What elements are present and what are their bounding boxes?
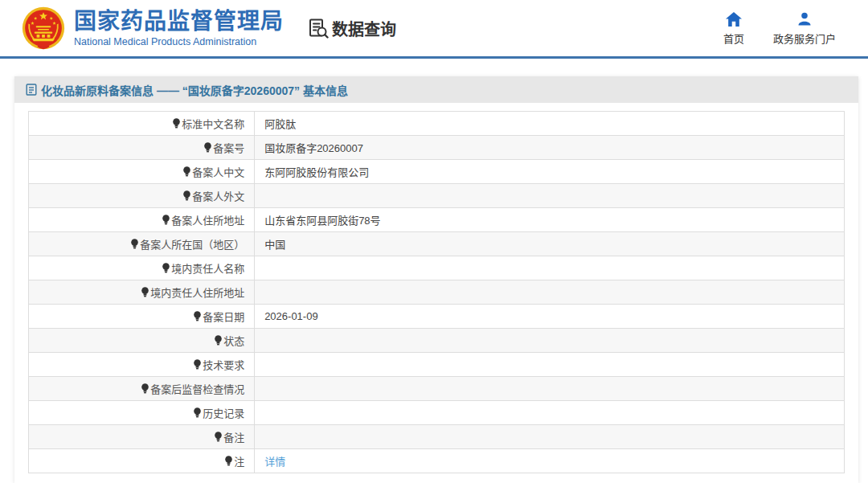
row-label: 注 <box>234 456 244 468</box>
user-icon <box>796 11 813 27</box>
row-label-cell: 状态 <box>29 329 255 353</box>
bulb-icon <box>130 239 139 252</box>
table-row: 备案人住所地址 山东省东阿县阿胶街78号 <box>29 208 845 232</box>
bulb-icon <box>172 118 181 131</box>
table-row: 备注 <box>29 425 845 449</box>
row-value-cell <box>255 256 845 280</box>
row-value-cell <box>255 377 845 401</box>
filing-info-panel: 化妆品新原料备案信息 —— “国妆原备字20260007” 基本信息 标准中文名… <box>14 76 858 483</box>
bulb-icon <box>193 407 202 420</box>
row-value: 东阿阿胶股份有限公司 <box>264 166 369 178</box>
row-label-cell: 备案人外文 <box>29 184 255 208</box>
table-row: 标准中文名称 阿胶肽 <box>29 112 845 136</box>
row-label-cell: 标准中文名称 <box>29 112 255 136</box>
bulb-icon <box>141 383 149 396</box>
table-row: 境内责任人住所地址 <box>29 280 845 305</box>
row-value-cell: 中国 <box>255 232 845 256</box>
row-label-cell: 备案日期 <box>29 305 255 329</box>
header-divider-line <box>0 56 868 59</box>
row-label: 备案人住所地址 <box>171 215 244 227</box>
brand-text: 国家药品监督管理局 National Medical Products Admi… <box>74 9 284 47</box>
row-value-cell <box>255 184 845 208</box>
table-row: 备案人中文 东阿阿胶股份有限公司 <box>29 160 845 184</box>
row-label: 境内责任人住所地址 <box>150 287 244 299</box>
row-value: 2026-01-09 <box>264 310 318 322</box>
bulb-icon <box>224 456 233 469</box>
row-value-cell <box>255 329 845 353</box>
national-emblem-logo <box>21 6 66 51</box>
row-label-cell: 注 <box>29 449 255 473</box>
row-label: 标准中文名称 <box>182 118 244 130</box>
nmpa-brand[interactable]: 国家药品监督管理局 National Medical Products Admi… <box>21 6 284 51</box>
bulb-icon <box>162 215 170 227</box>
row-value-cell <box>255 401 845 425</box>
row-value: 国妆原备字20260007 <box>264 142 363 154</box>
row-value-cell <box>255 425 845 449</box>
info-table: 标准中文名称 阿胶肽 备案号 国妆原备字20260007 <box>28 111 845 473</box>
table-row: 状态 <box>29 329 845 353</box>
header-nav: 首页 政务服务门户 <box>723 11 836 46</box>
bulb-icon <box>214 335 223 348</box>
table-row: 注 详情 <box>29 449 845 473</box>
bulb-icon <box>193 311 202 324</box>
row-label: 历史记录 <box>203 407 244 420</box>
row-label-cell: 备案人所在国（地区） <box>29 232 255 256</box>
row-value-cell <box>255 353 845 377</box>
page-title: 化妆品新原料备案信息 —— “国妆原备字20260007” 基本信息 <box>41 82 348 98</box>
detail-link[interactable]: 详情 <box>264 456 285 468</box>
row-value-cell <box>255 280 845 305</box>
row-value-cell: 国妆原备字20260007 <box>255 136 845 160</box>
bulb-icon <box>141 287 149 300</box>
row-label-cell: 备案号 <box>29 136 255 160</box>
nav-portal-label: 政务服务门户 <box>773 31 836 46</box>
data-query-section-title: 数据查询 <box>308 17 396 40</box>
info-table-body: 标准中文名称 阿胶肽 备案号 国妆原备字20260007 <box>29 112 845 473</box>
row-value-cell: 详情 <box>255 449 845 473</box>
row-label: 备案人所在国（地区） <box>140 239 244 251</box>
table-row: 备案后监督检查情况 <box>29 377 845 401</box>
row-value-cell: 东阿阿胶股份有限公司 <box>255 160 845 184</box>
row-label-cell: 历史记录 <box>29 401 255 425</box>
main-content: 化妆品新原料备案信息 —— “国妆原备字20260007” 基本信息 标准中文名… <box>0 76 868 483</box>
row-label: 备案人中文 <box>192 166 244 178</box>
site-header: 国家药品监督管理局 National Medical Products Admi… <box>0 0 868 56</box>
row-label-cell: 备案后监督检查情况 <box>29 377 255 401</box>
row-label: 状态 <box>223 335 244 347</box>
table-row: 历史记录 <box>29 401 845 425</box>
row-label: 备案人外文 <box>192 190 244 203</box>
home-icon <box>725 11 743 27</box>
table-row: 备案号 国妆原备字20260007 <box>29 136 845 160</box>
bulb-icon <box>193 359 202 372</box>
nav-portal[interactable]: 政务服务门户 <box>773 11 836 46</box>
row-label-cell: 备案人中文 <box>29 160 255 184</box>
row-value: 山东省东阿县阿胶街78号 <box>264 215 380 227</box>
brand-name-cn: 国家药品监督管理局 <box>74 9 284 35</box>
row-label-cell: 备案人住所地址 <box>29 208 255 232</box>
brand-name-en: National Medical Products Administration <box>74 36 284 47</box>
panel-title-bar: 化妆品新原料备案信息 —— “国妆原备字20260007” 基本信息 <box>14 76 858 103</box>
row-label: 备案日期 <box>203 311 244 323</box>
row-label-cell: 境内责任人住所地址 <box>29 280 255 305</box>
table-row: 备案人所在国（地区） 中国 <box>29 232 845 256</box>
row-value: 中国 <box>264 239 285 251</box>
table-row: 备案日期 2026-01-09 <box>29 305 845 329</box>
nav-home-label: 首页 <box>723 31 744 46</box>
table-row: 备案人外文 <box>29 184 845 208</box>
row-value: 阿胶肽 <box>264 118 296 130</box>
row-value-cell: 阿胶肽 <box>255 112 845 136</box>
row-label: 备案后监督检查情况 <box>150 383 244 395</box>
nav-home[interactable]: 首页 <box>723 11 744 46</box>
bulb-icon <box>203 142 212 155</box>
row-label: 技术要求 <box>203 359 244 371</box>
bulb-icon <box>182 166 191 179</box>
table-row: 境内责任人名称 <box>29 256 845 280</box>
table-wrapper: 标准中文名称 阿胶肽 备案号 国妆原备字20260007 <box>14 103 858 473</box>
row-label-cell: 技术要求 <box>29 353 255 377</box>
row-label: 备注 <box>223 432 244 444</box>
document-icon <box>26 84 37 96</box>
row-label: 备案号 <box>213 142 244 154</box>
row-label-cell: 境内责任人名称 <box>29 256 255 280</box>
row-value-cell: 2026-01-09 <box>255 305 845 329</box>
table-row: 技术要求 <box>29 353 845 377</box>
bulb-icon <box>214 432 223 444</box>
